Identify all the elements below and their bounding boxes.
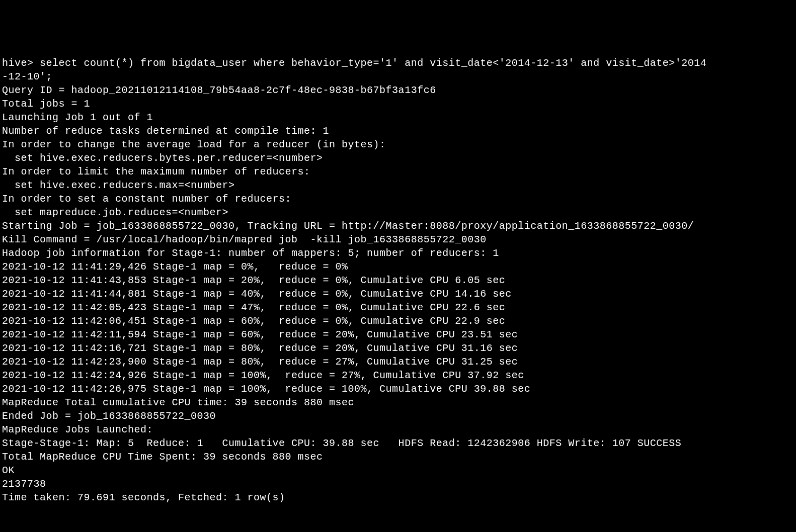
- terminal-line: 2021-10-12 11:42:23,900 Stage-1 map = 80…: [2, 355, 794, 369]
- terminal-line: Kill Command = /usr/local/hadoop/bin/map…: [2, 233, 794, 246]
- terminal-line: 2021-10-12 11:42:06,451 Stage-1 map = 60…: [2, 314, 794, 328]
- terminal-line: MapReduce Total cumulative CPU time: 39 …: [2, 396, 794, 409]
- terminal-output[interactable]: hive> select count(*) from bigdata_user …: [2, 56, 794, 504]
- terminal-line: Total jobs = 1: [2, 97, 794, 111]
- terminal-line: Stage-Stage-1: Map: 5 Reduce: 1 Cumulati…: [2, 436, 794, 450]
- terminal-line: hive> select count(*) from bigdata_user …: [2, 56, 794, 83]
- terminal-line: 2021-10-12 11:41:44,881 Stage-1 map = 40…: [2, 287, 794, 301]
- terminal-line: Launching Job 1 out of 1: [2, 111, 794, 124]
- terminal-line: Number of reduce tasks determined at com…: [2, 124, 794, 138]
- terminal-line: set mapreduce.job.reduces=<number>: [2, 206, 794, 219]
- terminal-line: 2021-10-12 11:42:26,975 Stage-1 map = 10…: [2, 382, 794, 396]
- terminal-line: OK: [2, 464, 794, 477]
- terminal-line: MapReduce Jobs Launched:: [2, 423, 794, 436]
- terminal-line: 2021-10-12 11:41:43,853 Stage-1 map = 20…: [2, 274, 794, 287]
- terminal-line: In order to change the average load for …: [2, 138, 794, 151]
- terminal-line: 2137738: [2, 477, 794, 491]
- terminal-line: 2021-10-12 11:42:05,423 Stage-1 map = 47…: [2, 301, 794, 314]
- terminal-line: In order to limit the maximum number of …: [2, 165, 794, 179]
- terminal-line: Total MapReduce CPU Time Spent: 39 secon…: [2, 450, 794, 464]
- terminal-line: set hive.exec.reducers.bytes.per.reducer…: [2, 151, 794, 165]
- terminal-line: 2021-10-12 11:42:16,721 Stage-1 map = 80…: [2, 341, 794, 355]
- terminal-line: 2021-10-12 11:41:29,426 Stage-1 map = 0%…: [2, 260, 794, 274]
- terminal-line: In order to set a constant number of red…: [2, 192, 794, 206]
- terminal-line: Starting Job = job_1633868855722_0030, T…: [2, 219, 794, 233]
- terminal-line: Time taken: 79.691 seconds, Fetched: 1 r…: [2, 491, 794, 504]
- terminal-line: Query ID = hadoop_20211012114108_79b54aa…: [2, 83, 794, 97]
- terminal-line: Ended Job = job_1633868855722_0030: [2, 409, 794, 423]
- terminal-line: set hive.exec.reducers.max=<number>: [2, 179, 794, 192]
- terminal-line: 2021-10-12 11:42:24,926 Stage-1 map = 10…: [2, 369, 794, 382]
- terminal-line: Hadoop job information for Stage-1: numb…: [2, 246, 794, 260]
- terminal-line: 2021-10-12 11:42:11,594 Stage-1 map = 60…: [2, 328, 794, 341]
